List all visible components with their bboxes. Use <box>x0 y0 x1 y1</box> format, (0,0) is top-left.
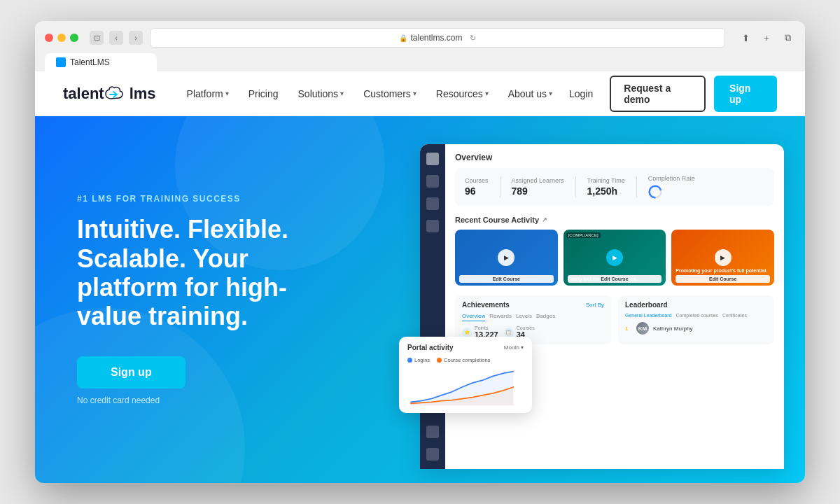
course-cards: ▶ Edit Course [COMPLIANCE] ▶ Safety trai… <box>455 230 774 286</box>
portal-activity-header: Portal activity Month ▾ <box>407 344 524 351</box>
sidebar-toggle[interactable]: ⊡ <box>90 31 104 45</box>
logins-dot <box>407 358 412 363</box>
training-time-value: 1,250h <box>587 186 625 197</box>
navigation: talent lms Platform ▾ Pricing Solutions <box>35 71 805 116</box>
nav-about[interactable]: About us ▾ <box>500 83 561 105</box>
nav-pricing[interactable]: Pricing <box>240 83 287 105</box>
browser-actions: ⬆ + ⧉ <box>738 30 795 46</box>
sidebar-users-icon[interactable] <box>426 197 439 210</box>
training-time-label: Training Time <box>587 177 625 184</box>
leaderboard-item-0: 1 KM Kathryn Murphy <box>625 322 767 335</box>
ach-tab-badges[interactable]: Badges <box>536 313 555 321</box>
sidebar-reports-icon[interactable] <box>426 220 439 232</box>
nav-links: Platform ▾ Pricing Solutions ▾ Customers… <box>178 83 561 105</box>
resources-chevron: ▾ <box>485 90 489 97</box>
leaderboard-tabs: General Leaderboard Completed courses Ce… <box>625 313 767 318</box>
courses-label: Courses <box>465 177 489 184</box>
dashboard-content: Overview Courses 96 Assigned Learners 78… <box>445 144 784 469</box>
sidebar-profile-icon[interactable] <box>426 448 439 461</box>
stat-completion: Completion Rate <box>648 175 695 199</box>
address-bar[interactable]: 🔒 talentlms.com ↻ <box>150 28 725 48</box>
leaderboard-title: Leaderboard <box>625 301 668 309</box>
tab-title: TalentLMS <box>70 57 110 67</box>
course-card-0[interactable]: ▶ Edit Course <box>455 230 558 286</box>
courses-value: 96 <box>465 186 489 197</box>
play-button-2[interactable]: ▶ <box>715 249 732 266</box>
nav-solutions[interactable]: Solutions ▾ <box>290 83 353 105</box>
learners-label: Assigned Learners <box>512 177 564 184</box>
lb-avatar-0: KM <box>636 322 649 335</box>
url-text: talentlms.com <box>410 33 462 43</box>
course-label-2: Promoting your product's full potential. <box>676 268 770 273</box>
edit-course-button-0[interactable]: Edit Course <box>459 275 554 283</box>
sort-by-label[interactable]: Sort By <box>586 302 604 308</box>
new-tab-icon[interactable]: + <box>759 30 774 46</box>
nav-platform[interactable]: Platform ▾ <box>178 83 237 105</box>
request-demo-button[interactable]: Request a demo <box>610 76 706 112</box>
play-button-0[interactable]: ▶ <box>498 249 514 266</box>
solutions-chevron: ▾ <box>340 90 344 97</box>
lb-name-0: Kathryn Murphy <box>653 326 692 332</box>
signup-button[interactable]: Sign up <box>714 76 777 112</box>
completions-dot <box>437 358 442 363</box>
forward-button[interactable]: › <box>129 31 143 45</box>
hero-tagline: #1 LMS FOR TRAINING SUCCESS <box>77 194 371 204</box>
tab-favicon <box>56 57 66 67</box>
overview-title: Overview <box>455 153 774 162</box>
lb-tab-completed[interactable]: Completed courses <box>676 313 718 318</box>
external-link-icon: ↗ <box>542 216 547 223</box>
hero-signup-button[interactable]: Sign up <box>77 356 186 388</box>
browser-tabs: TalentLMS <box>45 53 795 71</box>
lb-tab-certificates[interactable]: Certificates <box>722 313 747 318</box>
edit-course-button-1[interactable]: Edit Course <box>568 275 662 283</box>
logo[interactable]: talent lms <box>63 85 156 103</box>
back-button[interactable]: ‹ <box>109 31 123 45</box>
stat-divider-2 <box>575 176 576 197</box>
stats-bar: Courses 96 Assigned Learners 789 Trainin… <box>455 168 774 206</box>
close-button[interactable] <box>45 34 53 42</box>
dashboard-main: Overview Courses 96 Assigned Learners 78… <box>420 144 784 469</box>
course-card-1[interactable]: [COMPLIANCE] ▶ Safety training for emplo… <box>564 230 666 286</box>
stat-learners: Assigned Learners 789 <box>512 177 564 197</box>
completions-legend: Course completions <box>437 357 490 363</box>
ach-tab-overview[interactable]: Overview <box>462 313 485 321</box>
achievements-title: Achievements <box>462 301 510 309</box>
leaderboard-section: Leaderboard General Leaderboard Complete… <box>618 295 774 344</box>
portal-activity-legend: Logins Course completions <box>407 357 524 363</box>
lock-icon: 🔒 <box>399 34 407 42</box>
play-button-1[interactable]: ▶ <box>606 249 623 266</box>
courses-ach-label: Courses <box>517 326 535 330</box>
completion-label: Completion Rate <box>648 175 695 182</box>
learners-value: 789 <box>512 186 564 197</box>
course-card-2[interactable]: ▶ Promoting your product's full potentia… <box>671 230 774 286</box>
sidebar-courses-icon[interactable] <box>426 175 439 188</box>
login-button[interactable]: Login <box>561 83 601 105</box>
hero-right: Courses' Progress Status <box>371 144 770 455</box>
minimize-button[interactable] <box>57 34 66 42</box>
logins-legend: Logins <box>407 357 430 363</box>
nav-customers[interactable]: Customers ▾ <box>355 83 425 105</box>
edit-course-button-2[interactable]: Edit Course <box>676 275 770 283</box>
portal-activity-card: Portal activity Month ▾ Logins <box>399 337 532 413</box>
share-icon[interactable]: ⬆ <box>738 30 753 46</box>
active-tab[interactable]: TalentLMS <box>45 53 157 71</box>
browser-controls: ⊡ ‹ › <box>90 31 143 45</box>
extensions-icon[interactable]: ⧉ <box>780 30 795 46</box>
stat-training-time: Training Time 1,250h <box>587 177 625 197</box>
logo-talent-text: talent <box>63 85 104 103</box>
courses-icon: 📋 <box>504 328 514 337</box>
website: talent lms Platform ▾ Pricing Solutions <box>35 71 805 483</box>
hero-left: #1 LMS FOR TRAINING SUCCESS Intuitive. F… <box>77 194 371 405</box>
portal-activity-filter[interactable]: Month ▾ <box>504 344 524 351</box>
hero-note: No credit card needed <box>77 396 160 405</box>
browser-chrome: ⊡ ‹ › 🔒 talentlms.com ↻ ⬆ + ⧉ TalentLMS <box>35 21 805 71</box>
ach-tab-rewards[interactable]: Rewards <box>489 313 512 321</box>
sidebar-home-icon[interactable] <box>426 153 439 165</box>
sidebar-settings-icon[interactable] <box>426 426 439 438</box>
maximize-button[interactable] <box>70 34 78 42</box>
lb-tab-general[interactable]: General Leaderboard <box>625 313 672 318</box>
lb-avatar-inner-0: KM <box>636 322 649 335</box>
ach-tab-levels[interactable]: Levels <box>516 313 532 321</box>
portal-activity-title: Portal activity <box>407 344 454 351</box>
nav-resources[interactable]: Resources ▾ <box>428 83 497 105</box>
